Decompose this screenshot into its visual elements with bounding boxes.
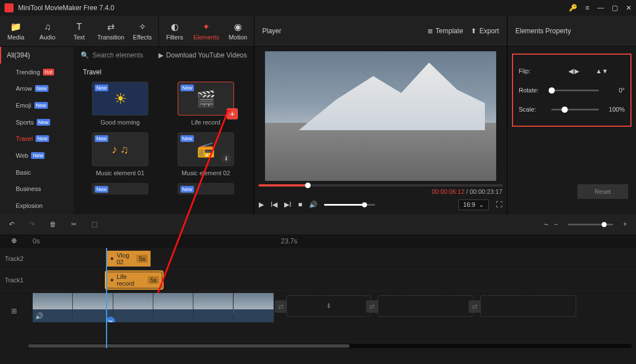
folder-icon: 📁 [10, 21, 21, 32]
timeline-ruler[interactable]: ⊕ 0s 23.7s [0, 234, 636, 248]
zoom-in-button[interactable]: + [623, 220, 627, 228]
elements-icon: ✦ [202, 21, 210, 32]
new-tag: New [95, 186, 108, 193]
media-browser-panel: 📁Media ♫Audio TText ⇄Transition ✧Effects… [0, 16, 254, 214]
effects-icon: ✧ [139, 21, 146, 32]
fullscreen-button[interactable]: ⛶ [496, 201, 502, 208]
transition-icon[interactable]: ⇄ [469, 300, 481, 313]
minimize-icon[interactable]: — [597, 4, 604, 12]
nav-text[interactable]: TText [63, 16, 95, 46]
nav-audio[interactable]: ♫Audio [32, 16, 63, 46]
maximize-icon[interactable]: ▢ [612, 4, 618, 12]
add-track-button[interactable]: ⊕ [11, 237, 17, 245]
play-button[interactable]: ▶ [259, 201, 264, 208]
speaker-icon: 📻 [197, 141, 215, 158]
aspect-ratio-select[interactable]: 16:9⌄ [458, 199, 489, 210]
export-button[interactable]: ⬆Export [471, 27, 499, 35]
clip-vlog[interactable]: ✦Vlog 025s [106, 250, 151, 267]
download-icon[interactable]: ⬇ [221, 153, 231, 163]
property-panel: Elements Property Flip: ◀|▶ ▲▼ Rotate: 0… [507, 16, 636, 214]
property-title: Elements Property [515, 27, 571, 35]
menu-icon[interactable]: ≡ [585, 4, 589, 12]
track-2-row[interactable]: Track2 [0, 248, 636, 269]
property-box: Flip: ◀|▶ ▲▼ Rotate: 0° Scale: 100% [512, 54, 631, 127]
new-badge: New [31, 152, 45, 159]
sidebar-item-basic[interactable]: Basic [0, 164, 74, 181]
redo-button[interactable]: ↷ [29, 220, 35, 228]
filter-icon: ◐ [171, 21, 179, 32]
search-input[interactable]: 🔍Search elements [81, 51, 153, 59]
scale-value: 100% [604, 106, 625, 113]
element-card-partial-2[interactable]: New [166, 183, 245, 194]
element-name-label: Music element 01 [81, 170, 160, 176]
transition-slot[interactable]: ⇄ [480, 295, 576, 317]
template-icon: ≣ [427, 27, 433, 35]
download-youtube-link[interactable]: ▶Download YouTube Videos [158, 51, 247, 59]
clapboard-icon: 🎬 [196, 90, 216, 108]
music-icon: ♫ [44, 22, 51, 32]
app-logo-icon [5, 3, 14, 12]
transition-slot[interactable]: ⇄⬇ [286, 295, 371, 317]
sidebar-item-web[interactable]: WebNew [0, 147, 74, 164]
flip-horizontal-button[interactable]: ◀|▶ [568, 68, 579, 75]
nav-media[interactable]: 📁Media [0, 16, 32, 46]
sidebar-item-explosion[interactable]: Explosion [0, 197, 74, 214]
sidebar-all[interactable]: All(394) [0, 47, 74, 64]
track-1-row[interactable]: Track1 [0, 269, 636, 291]
delete-button[interactable]: 🗑 [50, 220, 56, 228]
split-button[interactable]: ✂ [71, 220, 77, 228]
element-card-partial-1[interactable]: New [81, 183, 160, 194]
zoom-out-button[interactable]: − [554, 220, 558, 228]
volume-icon[interactable]: 🔊 [309, 201, 317, 208]
element-card-good-morning[interactable]: New☀ Good morning [81, 82, 160, 126]
export-icon: ⬆ [471, 27, 476, 35]
undo-button[interactable]: ↶ [9, 220, 15, 228]
track-1-label: Track1 [0, 277, 28, 283]
rotate-slider[interactable] [551, 90, 599, 91]
next-frame-button[interactable]: ▶I [284, 201, 291, 208]
clip-volume-icon[interactable]: 🔊 [35, 312, 43, 320]
sidebar-item-business[interactable]: Business [0, 181, 74, 198]
reset-button[interactable]: Reset [577, 184, 628, 199]
close-icon[interactable]: ✕ [626, 4, 631, 12]
volume-slider[interactable] [324, 204, 375, 206]
search-icon: 🔍 [81, 51, 89, 59]
sidebar-item-sports[interactable]: SportsNew [0, 114, 74, 131]
nav-elements[interactable]: ✦Elements [191, 16, 222, 46]
transition-icon[interactable]: ⇄ [275, 300, 287, 313]
element-card-life-record[interactable]: New🎬+ Life record [166, 82, 245, 126]
scale-slider[interactable] [551, 109, 599, 110]
progress-bar[interactable] [259, 184, 502, 187]
notes-icon: ♪ ♫ [112, 143, 129, 156]
split-indicator-icon[interactable]: ✂ [106, 317, 115, 322]
app-title: MiniTool MovieMaker Free 7.4.0 [18, 4, 114, 12]
template-button[interactable]: ≣Template [427, 27, 463, 35]
ruler-mid: 23.7s [281, 237, 297, 245]
flip-vertical-button[interactable]: ▲▼ [596, 68, 608, 75]
add-button[interactable]: + [227, 108, 238, 119]
sidebar-item-travel[interactable]: TravelNew [0, 131, 74, 148]
new-tag: New [95, 85, 108, 91]
sidebar-item-arrow[interactable]: ArrowNew [0, 80, 74, 97]
nav-transition[interactable]: ⇄Transition [95, 16, 126, 46]
nav-effects[interactable]: ✧Effects [127, 16, 159, 46]
element-card-music-01[interactable]: New♪ ♫ Music element 01 [81, 132, 160, 176]
element-name-label: Music element 02 [166, 170, 245, 176]
clip-life-record[interactable]: ✦Life record5s [106, 272, 162, 288]
sidebar-item-emoji[interactable]: EmojiNew [0, 97, 74, 114]
zoom-slider[interactable] [568, 224, 613, 225]
transition-icon[interactable]: ⇄ [366, 300, 378, 313]
element-card-music-02[interactable]: New📻⬇ Music element 02 [166, 132, 245, 176]
timeline-scrollbar[interactable] [28, 344, 631, 348]
stop-button[interactable]: ■ [298, 201, 302, 208]
sidebar-item-trending[interactable]: TrendingHot [0, 64, 74, 81]
ruler-start: 0s [33, 237, 40, 245]
key-icon[interactable]: 🔑 [569, 4, 577, 12]
speed-icon[interactable]: ⏦ [544, 220, 548, 228]
nav-motion[interactable]: ◉Motion [222, 16, 254, 46]
prev-frame-button[interactable]: I◀ [271, 201, 277, 208]
playhead[interactable] [106, 248, 107, 348]
crop-button[interactable]: ⬚ [91, 220, 98, 228]
transition-slot[interactable]: ⇄ [378, 295, 474, 317]
nav-filters[interactable]: ◐Filters [159, 16, 191, 46]
